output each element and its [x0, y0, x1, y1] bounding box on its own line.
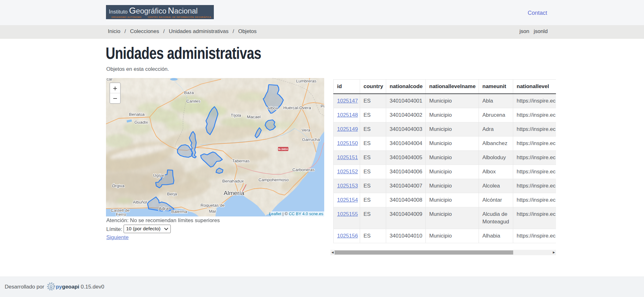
svg-text:Berja: Berja [167, 192, 177, 196]
svg-text:Carboneras: Carboneras [292, 167, 315, 172]
svg-text:Adra: Adra [158, 206, 169, 211]
svg-text:Vera: Vera [302, 128, 310, 132]
svg-text:Balerma: Balerma [171, 209, 187, 214]
svg-text:Órgiva: Órgiva [112, 183, 125, 188]
svg-text:Roquetas de: Roquetas de [201, 203, 225, 208]
svg-text:Ferro: Ferro [116, 212, 126, 216]
svg-text:Macael: Macael [247, 115, 261, 119]
svg-text:Huércal-Overa: Huércal-Overa [283, 105, 311, 110]
svg-text:Albox: Albox [267, 106, 278, 110]
svg-text:Baza: Baza [184, 90, 194, 95]
svg-text:Tíjola: Tíjola [230, 113, 241, 118]
svg-text:Ugíjar: Ugíjar [153, 173, 165, 178]
svg-text:Campohermoso: Campohermoso [258, 177, 289, 182]
svg-text:Lumbreras: Lumbreras [296, 79, 317, 83]
svg-text:Mar: Mar [209, 209, 216, 214]
svg-text:Albuñol: Albuñol [133, 200, 147, 205]
svg-text:Tabernas: Tabernas [232, 159, 250, 163]
svg-text:Almería: Almería [224, 190, 244, 196]
svg-text:Guadix: Guadix [135, 120, 148, 125]
svg-text:−: − [113, 94, 117, 103]
svg-text:Garrucha: Garrucha [302, 137, 320, 142]
svg-text:N-340A: N-340A [278, 148, 288, 151]
svg-text:Caniles: Caniles [186, 99, 200, 104]
svg-text:Pulpí: Pulpí [321, 104, 324, 109]
svg-text:Benahadux: Benahadux [222, 179, 244, 183]
svg-text:Benalúa: Benalúa [129, 112, 145, 117]
svg-text:car: car [107, 78, 113, 81]
svg-text:Leaflet | © CC BY 4.0 scne.es: Leaflet | © CC BY 4.0 scne.es [269, 211, 324, 216]
svg-text:+: + [113, 84, 117, 92]
